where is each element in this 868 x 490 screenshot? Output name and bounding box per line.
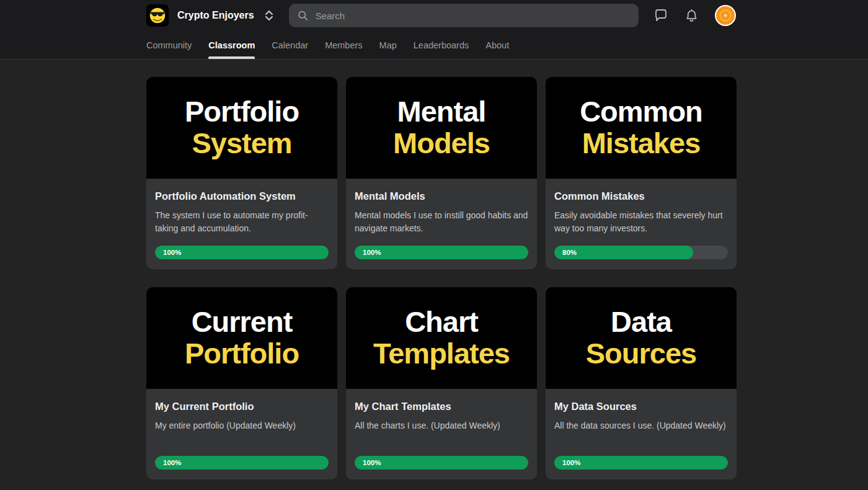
course-card-body: Common Mistakes Easily avoidable mistake… xyxy=(546,179,737,269)
course-description: Mental models I use to instill good habi… xyxy=(355,209,528,235)
cover-title-line1: Common xyxy=(580,96,702,128)
cover-title-line2: Models xyxy=(393,128,490,159)
course-progress-fill: 100% xyxy=(155,246,329,259)
course-card-body: My Chart Templates All the charts I use.… xyxy=(346,389,537,479)
cover-title-line1: Data xyxy=(611,306,671,338)
course-cover-image: Mental Models xyxy=(346,77,537,179)
course-card-body: My Data Sources All the data sources I u… xyxy=(546,389,737,479)
course-card-body: Portfolio Automation System The system I… xyxy=(146,179,337,269)
notifications-button[interactable] xyxy=(684,8,699,23)
community-logo[interactable] xyxy=(146,4,169,27)
course-progress-fill: 100% xyxy=(155,456,329,470)
chat-button[interactable] xyxy=(653,8,668,23)
search-icon xyxy=(298,10,308,21)
chat-bubble-icon xyxy=(653,8,668,23)
tab-about[interactable]: About xyxy=(485,31,509,59)
course-title: Common Mistakes xyxy=(554,190,728,202)
course-title: My Data Sources xyxy=(554,401,728,412)
main-nav: Community Classroom Calendar Members Map… xyxy=(0,31,868,59)
course-title: My Current Portfolio xyxy=(155,401,329,412)
cover-title-line2: Templates xyxy=(373,338,510,370)
course-title: My Chart Templates xyxy=(355,401,528,412)
course-progress-bar: 100% xyxy=(355,246,528,259)
course-progress-bar: 100% xyxy=(355,456,528,470)
classroom-page: Portfolio System Portfolio Automation Sy… xyxy=(0,60,868,479)
tab-community[interactable]: Community xyxy=(146,31,192,59)
course-cover-image: Portfolio System xyxy=(146,77,337,179)
cover-title-line2: System xyxy=(192,128,291,159)
tab-map[interactable]: Map xyxy=(379,31,397,59)
course-grid: Portfolio System Portfolio Automation Sy… xyxy=(146,77,868,479)
course-progress-bar: 80% xyxy=(554,246,728,259)
course-title: Mental Models xyxy=(355,190,528,202)
course-card[interactable]: Current Portfolio My Current Portfolio M… xyxy=(146,287,337,479)
course-progress-label: 100% xyxy=(554,459,580,466)
course-card[interactable]: Data Sources My Data Sources All the dat… xyxy=(546,287,737,479)
course-progress-label: 100% xyxy=(155,249,181,256)
course-description: All the charts I use. (Updated Weekly) xyxy=(355,419,528,432)
course-progress-fill: 100% xyxy=(355,246,528,259)
header-actions xyxy=(653,5,736,26)
bell-icon xyxy=(684,8,699,23)
sunglasses-emoji-icon xyxy=(149,7,166,24)
course-card[interactable]: Common Mistakes Common Mistakes Easily a… xyxy=(546,77,737,269)
tab-leaderboards[interactable]: Leaderboards xyxy=(414,31,469,59)
header-top-row: Crypto Enjoyers xyxy=(0,0,868,31)
course-progress-fill: 80% xyxy=(554,246,693,259)
cover-title-line1: Portfolio xyxy=(185,96,299,128)
course-cover-image: Chart Templates xyxy=(346,287,537,389)
course-cover-image: Current Portfolio xyxy=(146,287,337,389)
course-description: The system I use to automate my profit-t… xyxy=(155,209,329,235)
community-name[interactable]: Crypto Enjoyers xyxy=(177,10,254,21)
cover-title-line2: Sources xyxy=(586,338,696,370)
user-avatar[interactable] xyxy=(715,5,736,26)
course-progress-bar: 100% xyxy=(554,456,728,470)
course-cover-image: Common Mistakes xyxy=(546,77,737,179)
course-progress-label: 100% xyxy=(355,249,381,256)
community-switcher-icon[interactable] xyxy=(263,8,275,23)
course-card[interactable]: Mental Models Mental Models Mental model… xyxy=(346,77,537,269)
course-description: Easily avoidable mistakes that severely … xyxy=(554,209,728,235)
course-card[interactable]: Portfolio System Portfolio Automation Sy… xyxy=(146,77,337,269)
cover-title-line1: Mental xyxy=(397,96,486,128)
course-cover-image: Data Sources xyxy=(546,287,737,389)
tab-calendar[interactable]: Calendar xyxy=(272,31,308,59)
course-progress-label: 100% xyxy=(355,459,381,466)
course-progress-label: 100% xyxy=(155,459,181,466)
course-progress-fill: 100% xyxy=(554,456,728,470)
tab-classroom[interactable]: Classroom xyxy=(208,31,255,59)
cover-title-line2: Portfolio xyxy=(185,338,299,370)
course-progress-bar: 100% xyxy=(155,456,329,470)
course-card[interactable]: Chart Templates My Chart Templates All t… xyxy=(346,287,537,479)
course-title: Portfolio Automation System xyxy=(155,190,329,202)
course-progress-fill: 100% xyxy=(355,456,528,470)
search-input[interactable] xyxy=(316,11,630,21)
cover-title-line2: Mistakes xyxy=(582,128,701,159)
tab-members[interactable]: Members xyxy=(325,31,362,59)
course-description: All the data sources I use. (Updated Wee… xyxy=(554,419,728,432)
course-card-body: My Current Portfolio My entire portfolio… xyxy=(146,389,337,479)
course-card-body: Mental Models Mental models I use to ins… xyxy=(346,179,537,269)
course-progress-bar: 100% xyxy=(155,246,329,259)
course-progress-label: 80% xyxy=(554,249,577,256)
course-description: My entire portfolio (Updated Weekly) xyxy=(155,419,329,432)
cover-title-line1: Current xyxy=(192,306,293,338)
header: Crypto Enjoyers xyxy=(0,0,868,60)
search-bar[interactable] xyxy=(289,4,639,27)
cover-title-line1: Chart xyxy=(405,306,478,338)
coin-avatar-icon xyxy=(717,7,733,24)
